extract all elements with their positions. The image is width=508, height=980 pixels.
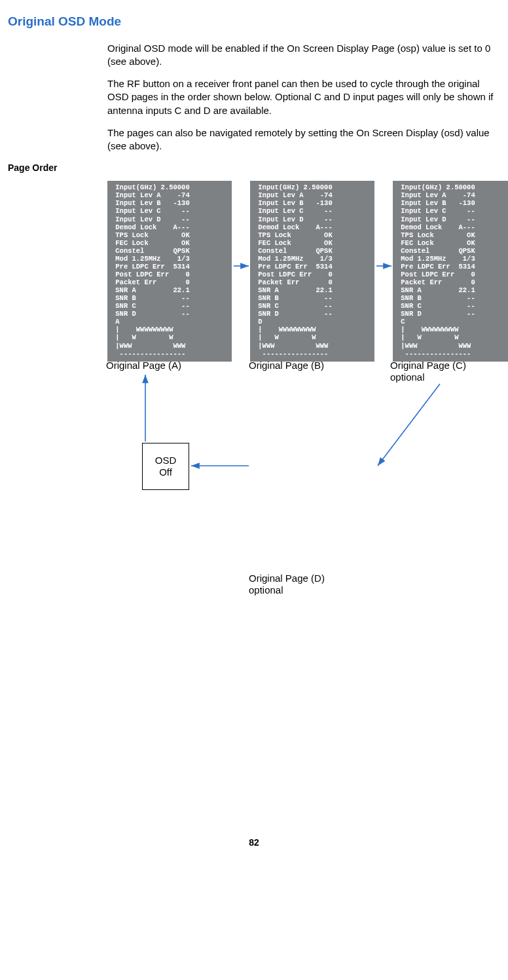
osd-panel-d: Input(GHz) 2.50000 Input Lev A -74 Input… — [250, 181, 374, 361]
osd-off-line2: Off — [159, 466, 172, 478]
paragraph: Original OSD mode will be enabled if the… — [8, 42, 500, 69]
caption-page-a: Original Page (A) — [106, 359, 181, 372]
panel-text: Input(GHz) 2.50000 Input Lev A -74 Input… — [111, 183, 190, 318]
panel-histogram: | WWWWWWWWW | W W |WWW WWW -------------… — [254, 326, 328, 357]
osd-panel-c: Input(GHz) 2.50000 Input Lev A -74 Input… — [393, 181, 508, 361]
panel-text: Input(GHz) 2.50000 Input Lev A -74 Input… — [254, 183, 333, 318]
osd-off-box: OSD Off — [142, 443, 189, 490]
panel-text: Input(GHz) 2.50000 Input Lev A -74 Input… — [397, 183, 475, 318]
paragraph: The RF button on a receiver front panel … — [8, 77, 500, 117]
caption-page-c-line2: optional — [390, 371, 425, 384]
panel-id: A — [111, 318, 120, 326]
osd-off-line1: OSD — [155, 455, 177, 466]
osd-panel-a: Input(GHz) 2.50000 Input Lev A -74 Input… — [107, 181, 232, 361]
paragraph: The pages can also be navigated remotely… — [8, 126, 500, 153]
panel-histogram: | WWWWWWWWW | W W |WWW WWW -------------… — [111, 326, 185, 357]
page-order-label: Page Order — [8, 162, 500, 174]
caption-page-b: Original Page (B) — [249, 359, 324, 372]
svg-line-2 — [378, 384, 440, 466]
caption-page-d-line2: optional — [249, 584, 283, 597]
page-number: 82 — [8, 837, 500, 849]
panel-id: C — [397, 318, 405, 326]
panel-histogram: | WWWWWWWWW | W W |WWW WWW -------------… — [397, 326, 471, 357]
panel-id: D — [254, 318, 263, 326]
page-order-diagram: Input(GHz) 2.50000 Input Lev A -74 Input… — [8, 181, 500, 613]
section-heading: Original OSD Mode — [8, 13, 500, 30]
